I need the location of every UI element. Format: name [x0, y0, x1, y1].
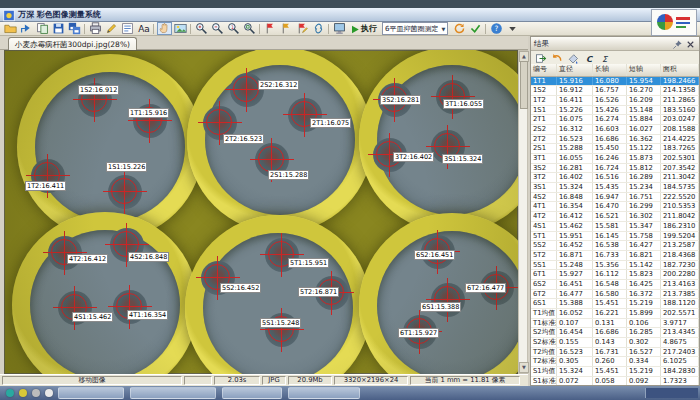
- scroll-down-button[interactable]: ▼: [519, 362, 529, 373]
- zone-label[interactable]: 3S2:16.281: [380, 95, 421, 105]
- zone-label[interactable]: 6S2:16.451: [414, 250, 455, 260]
- taskbar-button[interactable]: [130, 387, 216, 399]
- import-icon[interactable]: [19, 22, 34, 35]
- taskbar-button[interactable]: [222, 387, 282, 399]
- zoom-actual-icon[interactable]: 1: [226, 22, 241, 35]
- close-panel-icon[interactable]: [685, 38, 696, 49]
- execute-button[interactable]: 执行: [349, 23, 377, 35]
- table-row[interactable]: 2S216.31216.60316.027208.1588: [531, 125, 699, 135]
- zone-label[interactable]: 4S1:15.462: [72, 312, 113, 322]
- taskbar-quick-icon[interactable]: [19, 389, 27, 397]
- taskbar-quick-icon[interactable]: [45, 389, 53, 397]
- vertical-scrollbar[interactable]: ▲ ▼: [518, 50, 528, 374]
- zoom-out-icon[interactable]: [210, 22, 225, 35]
- summary-row[interactable]: S2均值16.45416.68616.285213.4345: [531, 328, 699, 338]
- table-row[interactable]: 5T216.87116.73316.821218.4368: [531, 251, 699, 261]
- image-canvas[interactable]: 1S2:16.9121T1:15.9161T2:16.4111S1:15.226…: [4, 50, 518, 374]
- taskbar-quick-icon[interactable]: [32, 389, 40, 397]
- table-row[interactable]: 2S115.28815.45015.122183.7265: [531, 144, 699, 154]
- zone-label[interactable]: 3S1:15.324: [442, 154, 483, 164]
- clear-icon[interactable]: [567, 52, 579, 64]
- table-row[interactable]: 6S115.38815.45115.219188.1120: [531, 299, 699, 309]
- zone-label[interactable]: 5T2:16.871: [298, 287, 339, 297]
- zone-label[interactable]: 1S1:15.226: [106, 162, 147, 172]
- print-icon[interactable]: [88, 22, 103, 35]
- summary-row[interactable]: T2均值16.52316.73116.527217.2403: [531, 348, 699, 358]
- zone-label[interactable]: 2T1:16.075: [310, 118, 351, 128]
- table-row[interactable]: 6T115.92716.11215.823200.2280: [531, 270, 699, 280]
- summary-row[interactable]: T1标准差0.1070.1310.1063.9717: [531, 319, 699, 329]
- table-row[interactable]: 2T216.52316.68616.362214.4225: [531, 135, 699, 145]
- zone-label[interactable]: 2T2:16.523: [223, 134, 264, 144]
- zone-label[interactable]: 6T1:15.927: [398, 328, 439, 338]
- zoom-in-icon[interactable]: [194, 22, 209, 35]
- summary-row[interactable]: S1标准差0.0720.0580.0921.7323: [531, 377, 699, 385]
- copy-c-icon[interactable]: C: [583, 52, 595, 64]
- taskbar-button[interactable]: [288, 387, 360, 399]
- table-row[interactable]: 1S115.22615.42615.148183.5160: [531, 106, 699, 116]
- windows-taskbar[interactable]: [0, 386, 700, 400]
- pencil-icon[interactable]: [104, 22, 119, 35]
- table-row[interactable]: 6T216.47716.58016.372213.7385: [531, 290, 699, 300]
- summary-row[interactable]: S2标准差0.1550.1430.3024.8675: [531, 338, 699, 348]
- help-icon[interactable]: ?: [489, 22, 504, 35]
- zone-label[interactable]: 1T2:16.411: [25, 181, 66, 191]
- monitor-icon[interactable]: [332, 22, 347, 35]
- flag-edit-icon[interactable]: [295, 22, 310, 35]
- summary-row[interactable]: T2标准差0.3050.2600.3346.1025: [531, 357, 699, 367]
- zone-label[interactable]: 3T1:16.055: [443, 99, 484, 109]
- save-icon[interactable]: [51, 22, 66, 35]
- refresh-icon[interactable]: [452, 22, 467, 35]
- zone-label[interactable]: 1S2:16.912: [78, 85, 119, 95]
- table-row[interactable]: 3S216.28116.72415.812207.3542: [531, 164, 699, 174]
- open-folder-icon[interactable]: [3, 22, 18, 35]
- table-row[interactable]: 3S115.32415.43515.234184.5735: [531, 183, 699, 193]
- zone-label[interactable]: 4T1:16.354: [127, 310, 168, 320]
- zone-label[interactable]: 3T2:16.402: [393, 152, 434, 162]
- summary-row[interactable]: S1均值15.32415.45115.219184.2830: [531, 367, 699, 377]
- text-icon[interactable]: Aa: [136, 22, 151, 35]
- table-row[interactable]: 5S115.24815.35615.142182.7230: [531, 261, 699, 271]
- image-tab[interactable]: 小麦赤霉病杆菌300dpi.jpg(28%): [8, 37, 137, 51]
- table-row[interactable]: 4S216.84816.94716.751222.5520: [531, 193, 699, 203]
- zone-label[interactable]: 6S1:15.388: [420, 302, 461, 312]
- table-row[interactable]: 2T116.07516.27415.884203.0247: [531, 115, 699, 125]
- table-row[interactable]: 1T216.41116.52616.209211.2865: [531, 96, 699, 106]
- zone-label[interactable]: 1T1:15.916: [128, 108, 169, 118]
- zone-label[interactable]: 5T1:15.951: [288, 258, 329, 268]
- table-row[interactable]: 4T116.35416.47016.299210.5353: [531, 202, 699, 212]
- zone-label[interactable]: 4S2:16.848: [128, 252, 169, 262]
- zone-label[interactable]: 6T2:16.477: [465, 283, 506, 293]
- table-row[interactable]: 3T116.05516.24615.873202.5301: [531, 154, 699, 164]
- taskbar-quick-icon[interactable]: [6, 389, 14, 397]
- copy-icon[interactable]: [35, 22, 50, 35]
- table-row[interactable]: 5T115.95116.14515.758199.5204: [531, 232, 699, 242]
- hand-icon[interactable]: [157, 22, 172, 35]
- table-row[interactable]: 6S216.45116.54816.425213.4163: [531, 280, 699, 290]
- undo-icon[interactable]: [551, 52, 563, 64]
- flag-yellow-icon[interactable]: [279, 22, 294, 35]
- form-icon[interactable]: [120, 22, 135, 35]
- zone-label[interactable]: 2S1:15.288: [268, 170, 309, 180]
- scroll-thumb[interactable]: [520, 61, 528, 109]
- table-row[interactable]: 3T216.40216.51616.289211.3042: [531, 173, 699, 183]
- zone-label[interactable]: 2S2:16.312: [258, 80, 299, 90]
- zoom-fit-icon[interactable]: [242, 22, 257, 35]
- mode-dropdown[interactable]: 6平皿抑菌圈测定 ▼: [382, 22, 448, 35]
- caret-down-icon[interactable]: [505, 22, 520, 35]
- zone-label[interactable]: 4T2:16.412: [67, 254, 108, 264]
- table-row[interactable]: 5S216.45216.53816.427213.2587: [531, 241, 699, 251]
- flag-red-icon[interactable]: [263, 22, 278, 35]
- sum-icon[interactable]: Σ: [599, 52, 611, 64]
- export-icon[interactable]: [535, 52, 547, 64]
- table-row[interactable]: 1S216.91216.75716.270214.1358: [531, 86, 699, 96]
- taskbar-button[interactable]: [58, 387, 124, 399]
- pin-icon[interactable]: [672, 38, 683, 49]
- table-row[interactable]: 1T115.91616.08015.954198.2466: [531, 77, 699, 87]
- save-all-icon[interactable]: [67, 22, 82, 35]
- image-icon[interactable]: [173, 22, 188, 35]
- zone-label[interactable]: 5S2:16.452: [220, 283, 261, 293]
- summary-row[interactable]: T1均值16.05216.22115.899202.5571: [531, 309, 699, 319]
- table-row[interactable]: 4T216.41216.52116.302211.8042: [531, 212, 699, 222]
- link-icon[interactable]: [311, 22, 326, 35]
